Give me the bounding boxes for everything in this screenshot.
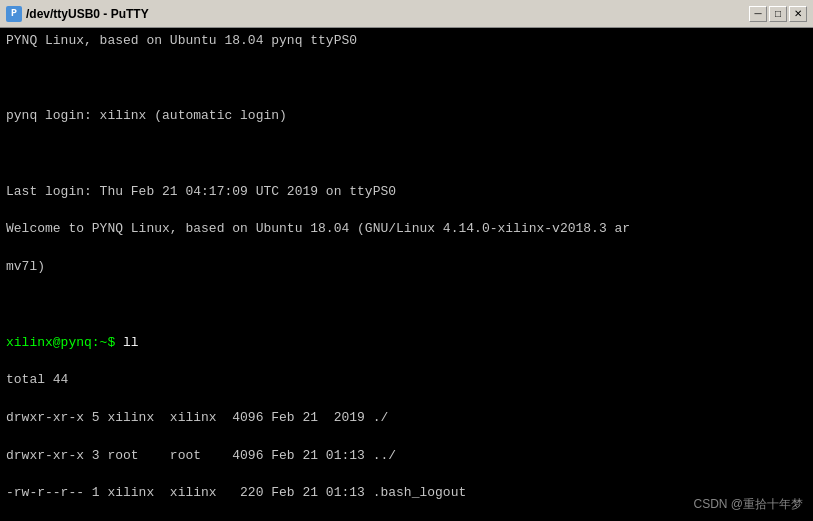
- title-bar-left: P /dev/ttyUSB0 - PuTTY: [6, 6, 149, 22]
- terminal-output: PYNQ Linux, based on Ubuntu 18.04 pynq t…: [6, 32, 807, 521]
- maximize-button[interactable]: □: [769, 6, 787, 22]
- close-button[interactable]: ✕: [789, 6, 807, 22]
- title-bar: P /dev/ttyUSB0 - PuTTY ─ □ ✕: [0, 0, 813, 28]
- terminal-area[interactable]: PYNQ Linux, based on Ubuntu 18.04 pynq t…: [0, 28, 813, 521]
- terminal-line-7: mv7l): [6, 258, 807, 277]
- terminal-line-4: [6, 145, 807, 164]
- terminal-line-6: Welcome to PYNQ Linux, based on Ubuntu 1…: [6, 220, 807, 239]
- terminal-line-12: drwxr-xr-x 3 root root 4096 Feb 21 01:13…: [6, 447, 807, 466]
- terminal-line-8: [6, 296, 807, 315]
- terminal-line-1: PYNQ Linux, based on Ubuntu 18.04 pynq t…: [6, 32, 807, 51]
- terminal-line-11: drwxr-xr-x 5 xilinx xilinx 4096 Feb 21 2…: [6, 409, 807, 428]
- window-controls[interactable]: ─ □ ✕: [749, 6, 807, 22]
- terminal-line-10: total 44: [6, 371, 807, 390]
- terminal-line-3: pynq login: xilinx (automatic login): [6, 107, 807, 126]
- minimize-button[interactable]: ─: [749, 6, 767, 22]
- terminal-line-5: Last login: Thu Feb 21 04:17:09 UTC 2019…: [6, 183, 807, 202]
- command-1: ll: [123, 335, 139, 350]
- window-title: /dev/ttyUSB0 - PuTTY: [26, 7, 149, 21]
- watermark: CSDN @重拾十年梦: [693, 496, 803, 513]
- putty-icon: P: [6, 6, 22, 22]
- terminal-line-13: -rw-r--r-- 1 xilinx xilinx 220 Feb 21 01…: [6, 484, 807, 503]
- terminal-line-2: [6, 70, 807, 89]
- terminal-line-9: xilinx@pynq:~$ ll: [6, 334, 807, 353]
- shell-prompt-1: xilinx@pynq:~$: [6, 335, 123, 350]
